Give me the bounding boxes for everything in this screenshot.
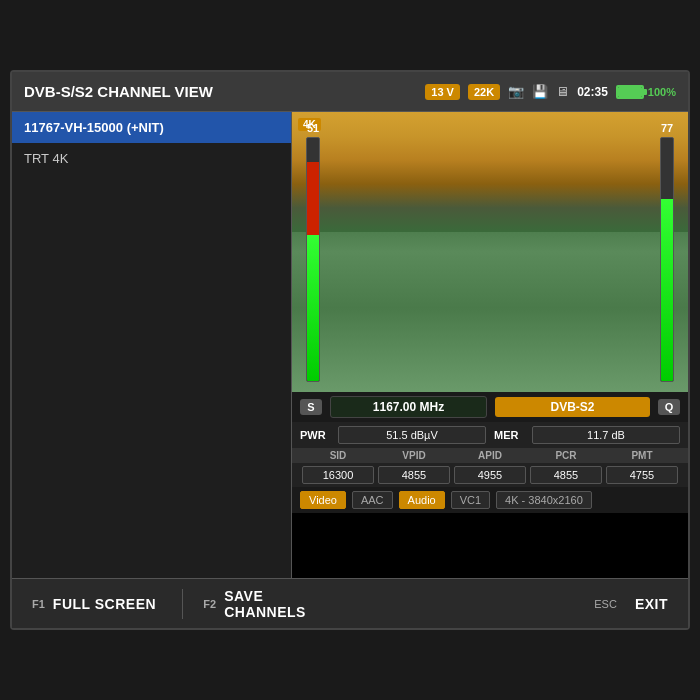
level-meter-right: 77 (656, 122, 678, 382)
stream-audio: Audio (399, 491, 445, 509)
level-left-bar (306, 137, 320, 382)
main-content: 11767-VH-15000 (+NIT) TRT 4K 4K 51 (12, 112, 688, 578)
crowd-area (292, 112, 688, 232)
pwr-mer-row: PWR 51.5 dBµV MER 11.7 dB (292, 422, 688, 448)
voltage-badge: 13 V (425, 84, 460, 100)
pid-header-sid: SID (300, 450, 376, 461)
pwr-value: 51.5 dBµV (338, 426, 486, 444)
level-right-value: 77 (661, 122, 673, 134)
pid-val-apid: 4955 (454, 466, 526, 484)
signal-panel: 4K 51 77 S (292, 112, 688, 578)
time-display: 02:35 (577, 85, 608, 99)
f2-key-label: F2 (203, 598, 216, 610)
channel-panel: 11767-VH-15000 (+NIT) TRT 4K (12, 112, 292, 578)
freq-badge: 22K (468, 84, 500, 100)
bottom-bar: F1 FULL SCREEN F2 SAVE CHANNELS ESC EXIT (12, 578, 688, 628)
pid-value-row: 16300 4855 4955 4855 4755 (292, 463, 688, 487)
full-screen-label: FULL SCREEN (53, 596, 156, 612)
full-screen-button[interactable]: F1 FULL SCREEN (32, 596, 162, 612)
exit-label: EXIT (635, 596, 668, 612)
display-icon[interactable]: 🖥 (556, 84, 569, 99)
channel-item-1[interactable]: TRT 4K (12, 143, 291, 174)
exit-button[interactable]: ESC EXIT (594, 596, 668, 612)
divider-1 (182, 589, 183, 619)
modulation-badge: DVB-S2 (495, 397, 650, 417)
level-meter-left: 51 (302, 122, 324, 382)
stream-vc1: VC1 (451, 491, 490, 509)
battery-percent: 100% (648, 86, 676, 98)
level-left-value: 51 (307, 122, 319, 134)
main-window: DVB-S/S2 CHANNEL VIEW 13 V 22K 📷 💾 🖥 02:… (10, 70, 690, 630)
frequency-display: 1167.00 MHz (330, 396, 487, 418)
mer-value: 11.7 dB (532, 426, 680, 444)
battery-fill (618, 87, 642, 97)
pid-header-pmt: PMT (604, 450, 680, 461)
pid-header-row: SID VPID APID PCR PMT (292, 448, 688, 463)
pid-val-pmt: 4755 (606, 466, 678, 484)
save-channels-button[interactable]: F2 SAVE CHANNELS (203, 588, 333, 620)
pid-val-sid: 16300 (302, 466, 374, 484)
save-channels-label: SAVE CHANNELS (224, 588, 333, 620)
q-badge: Q (658, 399, 680, 415)
channel-item-0[interactable]: 11767-VH-15000 (+NIT) (12, 112, 291, 143)
level-left-red (307, 162, 319, 235)
storage-icon[interactable]: 💾 (532, 84, 548, 99)
pid-header-apid: APID (452, 450, 528, 461)
pwr-label: PWR (300, 429, 330, 441)
pid-val-vpid: 4855 (378, 466, 450, 484)
page-title: DVB-S/S2 CHANNEL VIEW (24, 83, 425, 100)
video-background (292, 112, 688, 392)
s-badge: S (300, 399, 322, 415)
battery-container: 100% (616, 85, 676, 99)
pid-header-pcr: PCR (528, 450, 604, 461)
level-right-green (661, 199, 673, 381)
stream-video: Video (300, 491, 346, 509)
stream-row: Video AAC Audio VC1 4K - 3840x2160 (292, 487, 688, 513)
level-right-bar (660, 137, 674, 382)
header-controls: 13 V 22K 📷 💾 🖥 02:35 100% (425, 84, 676, 100)
esc-key-label: ESC (594, 598, 617, 610)
camera-icon[interactable]: 📷 (508, 84, 524, 99)
stream-aac: AAC (352, 491, 393, 509)
battery-icon (616, 85, 644, 99)
signal-info-row: S 1167.00 MHz DVB-S2 Q (292, 392, 688, 422)
stream-resolution: 4K - 3840x2160 (496, 491, 592, 509)
level-left-green (307, 235, 319, 381)
header-bar: DVB-S/S2 CHANNEL VIEW 13 V 22K 📷 💾 🖥 02:… (12, 72, 688, 112)
pid-val-pcr: 4855 (530, 466, 602, 484)
mer-label: MER (494, 429, 524, 441)
f1-key-label: F1 (32, 598, 45, 610)
video-area: 4K 51 77 (292, 112, 688, 392)
pid-header-vpid: VPID (376, 450, 452, 461)
